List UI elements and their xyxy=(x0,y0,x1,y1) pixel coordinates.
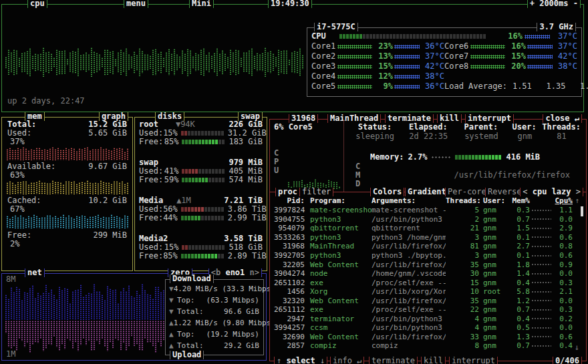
terminate-footer-button[interactable]: terminate xyxy=(369,357,418,364)
process-row[interactable]: 32320Web Content/usr/lib/firefox/firefox… xyxy=(274,296,579,305)
process-row[interactable]: 954079qbittorrentqbittorrent21gnm1.52.9 xyxy=(274,224,579,233)
process-row[interactable]: 31968MainThread/usr/lib/firefox/firefox8… xyxy=(274,242,579,251)
status-value: sleeping xyxy=(349,132,401,141)
interface-next-button[interactable]: n> xyxy=(250,268,259,277)
core-percent: 13% xyxy=(373,52,393,61)
proc-cell-thr: 21 xyxy=(446,224,479,232)
disk-free-row: Free: 85% 2.89 TiB xyxy=(139,252,263,260)
select-label: select xyxy=(286,356,315,364)
proc-cell-cpu: 0.0 xyxy=(553,269,573,278)
proc-cell-cpu: 2.9 xyxy=(553,224,573,232)
select-control[interactable]: ↑ select ↓ xyxy=(274,357,327,364)
menu-button[interactable]: menu xyxy=(124,0,148,8)
interrupt-footer-button[interactable]: interrupt xyxy=(449,357,498,364)
process-row[interactable]: 2857compizcompiz8gnm0.70.4 xyxy=(274,341,579,351)
mem-free-percent: 2% xyxy=(10,240,19,248)
proc-cell-cpu: 0.0 xyxy=(553,297,573,305)
process-row[interactable]: 3997824mate-screenshomate-screenshot --a… xyxy=(274,206,579,215)
scroll-down-icon[interactable]: ↓ xyxy=(575,343,579,352)
download-title: Download xyxy=(170,275,214,283)
disk-free-label: Free: xyxy=(139,176,163,184)
process-row[interactable]: 3533263python3python3 /home/gnm/bpytop/b… xyxy=(274,233,579,242)
proc-cell-pid: 3904274 xyxy=(274,269,305,278)
column-arguments[interactable]: Arguments: xyxy=(372,196,446,205)
column-cpu[interactable]: Cpu% xyxy=(553,196,573,205)
interval-increase-button[interactable]: + xyxy=(530,0,535,8)
process-row[interactable]: 32690Web Content/usr/lib/firefox/firefox… xyxy=(274,333,579,342)
proc-cell-cpu: 0.4 xyxy=(553,341,573,350)
column-user[interactable]: User: xyxy=(479,196,511,205)
detail-core: Core5 xyxy=(289,122,313,132)
mem-box: mem graph Total:15.2 GiB Used:5.65 GiB 3… xyxy=(1,117,133,271)
load-average-label: Load Average: xyxy=(444,82,507,91)
net-box-title: net xyxy=(25,268,45,277)
interval-decrease-button[interactable]: - xyxy=(573,0,578,8)
mini-mode-button[interactable]: Mini xyxy=(189,0,214,8)
cpu-total-label: CPU xyxy=(311,32,339,41)
proc-cell-mem: 2.7 xyxy=(511,242,530,250)
status-label: Status: xyxy=(349,123,401,132)
proc-cell-mem: 0.5 xyxy=(511,323,530,332)
proc-cell-graph xyxy=(530,291,553,293)
scroll-up-icon[interactable]: ↑ xyxy=(573,196,579,205)
process-scrollbar[interactable] xyxy=(581,206,583,216)
proc-cell-mem: 1.5 xyxy=(511,224,530,232)
proc-cell-mem: 1.3 xyxy=(511,333,530,341)
core-usage-graph xyxy=(470,52,506,61)
mem-free-value: 299 MiB xyxy=(93,231,127,240)
process-row[interactable]: 2651112exe/proc/self/exe --type=rendere2… xyxy=(274,305,579,315)
column-program[interactable]: Program: xyxy=(305,196,372,205)
process-row[interactable]: 2947terminator/usr/bin/python3 /usr/bin/… xyxy=(274,315,579,324)
memory-meter xyxy=(455,155,502,160)
upload-title: Upload xyxy=(170,351,204,359)
core-temp-graph xyxy=(393,42,420,51)
column-pid[interactable]: Pid: xyxy=(274,196,305,205)
column-mem[interactable]: Mem% xyxy=(511,196,530,205)
net-stats-panel: Download Upload ▼4.20 MiB/s (33.3 Mibps)… xyxy=(165,279,264,355)
proc-cpu-mini-graph xyxy=(531,291,551,293)
process-row[interactable]: 1456Xorg/usr/lib/xorg/Xorg -core :0 -10r… xyxy=(274,287,579,297)
kill-footer-button[interactable]: kill xyxy=(421,357,446,364)
proc-cell-cpu: 0.3 xyxy=(553,279,573,287)
proc-cpu-mini-graph xyxy=(531,218,551,220)
process-row[interactable]: 3904755python3/usr/bin/python3 /home/gnm… xyxy=(274,215,579,224)
sort-next-button[interactable]: > xyxy=(576,187,581,196)
select-up-icon[interactable]: ↑ xyxy=(277,356,281,364)
proc-cell-graph xyxy=(530,272,553,275)
info-button[interactable]: info ↵ xyxy=(330,357,364,364)
proc-cpu-mini-graph xyxy=(531,227,551,230)
disk-free-value: 183 GiB xyxy=(229,138,263,146)
process-row[interactable]: 2651102exe/proc/self/exe --type=gpu-pro1… xyxy=(274,278,579,287)
proc-cpu-mini-graph xyxy=(531,309,551,311)
proc-cpu-mini-graph xyxy=(531,263,551,266)
core-row: Core5 9% 36°C Load Average: 1.51 1.35 1.… xyxy=(311,81,577,92)
process-row[interactable]: 3994257ccsm/usr/bin/python3 /usr/bin/ccs… xyxy=(274,323,579,333)
proc-cell-args: /usr/bin/python3 /usr/bin/ter xyxy=(372,315,446,323)
download-speed: 4.20 MiB/s (33.3 Mibps) xyxy=(174,285,275,293)
cpu-total-temp: 37°C xyxy=(552,32,577,41)
process-row[interactable]: 3992705python3python3 ./bpytop.py3gnm0.1… xyxy=(274,251,579,260)
proc-cell-pid: 3533263 xyxy=(274,233,305,242)
sort-prev-button[interactable]: < xyxy=(523,187,527,196)
proc-cell-cpu: 1.1 xyxy=(553,206,573,214)
proc-cell-args: qbittorrent xyxy=(372,224,446,232)
proc-cell-thr: 10 xyxy=(446,287,479,296)
select-down-icon[interactable]: ↓ xyxy=(320,356,325,364)
mem-available-value: 9.67 GiB xyxy=(88,162,127,171)
proc-cell-mem: 0.7 xyxy=(511,305,530,314)
uptime-label: up 2 days, 22:47 xyxy=(7,97,85,106)
column-threads[interactable]: Threads: xyxy=(446,196,479,205)
proc-cell-thr: 4 xyxy=(446,315,479,323)
proc-cell-user: gnm xyxy=(479,233,511,242)
process-row[interactable]: 32205Web Content/usr/lib/firefox/firefox… xyxy=(274,260,579,269)
process-row[interactable]: 3904274node/home/gnm/.vscode-server/bin/… xyxy=(274,269,579,279)
download-total-label: Total: xyxy=(177,307,204,316)
mem-used-value: 5.65 GiB xyxy=(88,129,127,138)
proc-cell-args: /usr/lib/xorg/Xorg -core :0 - xyxy=(372,287,446,296)
proc-cell-graph xyxy=(530,209,553,212)
download-top-row: ▼Top:(63.3 Mibps) xyxy=(169,295,259,306)
net-interface-switcher[interactable]: <b eno1 n> xyxy=(208,268,262,277)
proc-cell-pid: 3992705 xyxy=(274,251,305,260)
upload-speed-row: ▲1.22 MiB/s (9.80 Mibps) xyxy=(169,317,259,329)
proc-cpu-mini-graph xyxy=(531,254,551,257)
